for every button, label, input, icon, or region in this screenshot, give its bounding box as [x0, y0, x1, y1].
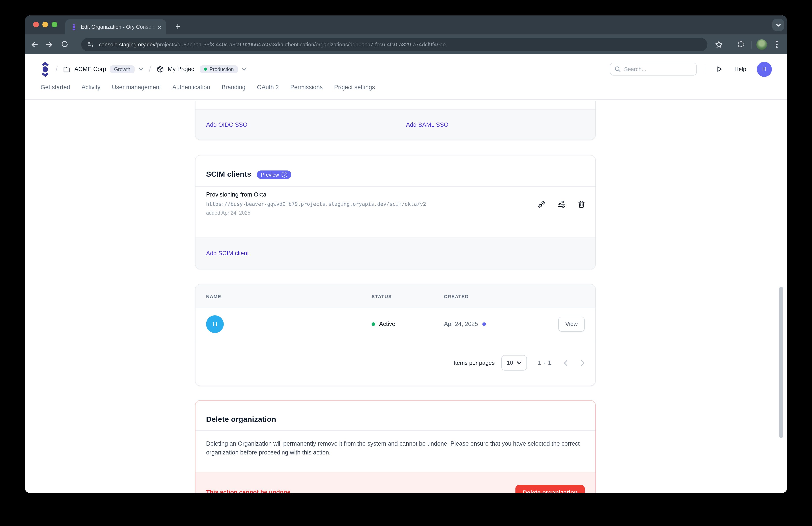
connection-test-button[interactable]: [537, 200, 546, 209]
add-oidc-sso-link[interactable]: Add OIDC SSO: [206, 122, 248, 128]
browser-profile-avatar[interactable]: [756, 39, 767, 50]
bookmark-button[interactable]: [714, 39, 724, 50]
play-icon[interactable]: [716, 65, 723, 73]
global-search[interactable]: [610, 63, 697, 75]
next-page-icon[interactable]: [581, 360, 585, 366]
nav-item-project-settings[interactable]: Project settings: [334, 84, 375, 90]
sso-card-footer: Add OIDC SSO Add SAML SSO: [195, 110, 595, 140]
organization-avatar: H: [206, 315, 224, 333]
previous-page-icon[interactable]: [564, 360, 567, 366]
nav-item-get-started[interactable]: Get started: [41, 84, 70, 90]
nav-item-branding[interactable]: Branding: [221, 84, 245, 90]
chevron-down-icon: [139, 67, 143, 71]
site-settings-icon: [87, 41, 95, 48]
pagination-arrows: [564, 360, 585, 366]
url-text: console.staging.ory.dev/projects/d087b7a…: [99, 41, 446, 47]
puzzle-icon: [737, 40, 745, 48]
workspace-plan-badge: Growth: [110, 65, 134, 73]
chevron-down-icon: [775, 23, 781, 27]
nav-item-permissions[interactable]: Permissions: [290, 84, 323, 90]
view-button[interactable]: View: [558, 316, 585, 331]
browser-window: Edit Organization - Ory Console × +: [25, 15, 787, 493]
ory-favicon-icon: [71, 24, 77, 30]
page-scrollbar[interactable]: [779, 287, 783, 438]
ory-console-app: / ACME Corp Growth /: [25, 54, 787, 493]
scim-client-url: https://busy-beaver-gqwvd0fb79.projects.…: [206, 201, 585, 207]
minimize-window-button[interactable]: [42, 22, 48, 27]
delete-trash-button[interactable]: [577, 200, 585, 209]
scim-card-header: SCIM clients Preview ?: [195, 155, 595, 187]
items-per-page-label: Items per pages: [454, 359, 495, 366]
browser-tab-active[interactable]: Edit Organization - Ory Console ×: [65, 19, 166, 34]
forward-arrow-icon: [45, 40, 54, 48]
project-name: My Project: [168, 66, 196, 72]
breadcrumb-separator: /: [56, 65, 58, 73]
close-window-button[interactable]: [33, 22, 39, 27]
sso-card: Add OIDC SSO Add SAML SSO: [195, 101, 596, 140]
status-cell: Active: [372, 321, 444, 327]
organization-table-card: NAME STATUS CREATED H Active: [195, 284, 596, 386]
created-indicator-dot: [482, 322, 486, 326]
browser-tabstrip: Edit Organization - Ory Console × +: [25, 15, 787, 34]
forward-button[interactable]: [44, 39, 55, 50]
created-date: Apr 24, 2025: [444, 321, 478, 327]
reload-button[interactable]: [59, 39, 70, 50]
items-per-page-select[interactable]: 10: [501, 355, 527, 371]
ory-logo-icon: [41, 61, 50, 76]
breadcrumb-separator: /: [149, 65, 151, 73]
chevron-down-icon: [517, 361, 521, 365]
search-icon: [614, 66, 621, 72]
scim-clients-card: SCIM clients Preview ? Provisioning from…: [195, 155, 596, 269]
chevron-down-icon: [242, 67, 247, 71]
workspace-name: ACME Corp: [74, 66, 106, 72]
preview-badge: Preview ?: [257, 170, 291, 179]
environment-status-dot: [204, 68, 207, 71]
user-avatar[interactable]: H: [757, 61, 772, 76]
table-row: H Active Apr 24, 2025 View: [195, 308, 595, 340]
pagination-range: 1 - 1: [538, 359, 552, 366]
tab-title: Edit Organization - Ory Console: [81, 24, 156, 30]
scim-card-title: SCIM clients: [206, 170, 251, 179]
folder-icon: [63, 66, 70, 73]
pagination: Items per pages 10 1 - 1: [195, 340, 595, 386]
add-saml-sso-link[interactable]: Add SAML SSO: [406, 122, 449, 128]
tab-search-button[interactable]: [772, 19, 784, 31]
tab-close-icon[interactable]: ×: [158, 24, 161, 30]
status-dot: [372, 322, 375, 326]
add-scim-client-link[interactable]: Add SCIM client: [206, 250, 249, 257]
search-input[interactable]: [611, 66, 697, 72]
environment-label: Production: [209, 67, 234, 72]
page-content: Add OIDC SSO Add SAML SSO SCIM clients P…: [25, 100, 787, 493]
nav-item-authentication[interactable]: Authentication: [172, 84, 210, 90]
star-icon: [715, 40, 723, 48]
back-button[interactable]: [29, 39, 40, 50]
maximize-window-button[interactable]: [52, 22, 57, 27]
created-cell: Apr 24, 2025: [444, 321, 548, 327]
browser-toolbar: console.staging.ory.dev/projects/d087b7a…: [25, 34, 787, 54]
configure-sliders-button[interactable]: [557, 200, 566, 209]
delete-organization-button[interactable]: Delete organization: [516, 485, 585, 493]
nav-item-oauth2[interactable]: OAuth 2: [257, 84, 279, 90]
scim-client-name: Provisioning from Okta: [206, 191, 585, 198]
nav-item-user-management[interactable]: User management: [112, 84, 161, 90]
nav-item-activity[interactable]: Activity: [82, 84, 101, 90]
column-header-status: STATUS: [372, 294, 444, 299]
toolbar-divider: [751, 40, 752, 48]
url-path: /projects/d087b7a1-55f3-440c-a3c9-929564…: [156, 41, 446, 47]
browser-menu-button[interactable]: [772, 41, 781, 48]
danger-card-footer: This action cannot be undone. Delete org…: [195, 472, 595, 493]
preview-badge-label: Preview: [261, 172, 279, 177]
project-switcher[interactable]: My Project Production: [157, 65, 247, 73]
workspace-switcher[interactable]: ACME Corp Growth: [63, 65, 143, 73]
items-per-page-value: 10: [507, 359, 513, 366]
new-tab-button[interactable]: +: [172, 21, 184, 32]
environment-badge: Production: [200, 65, 238, 73]
scim-client-actions: [537, 200, 585, 209]
address-bar[interactable]: console.staging.ory.dev/projects/d087b7a…: [81, 38, 707, 51]
package-icon: [157, 66, 164, 73]
scim-client-row: Provisioning from Okta https://busy-beav…: [195, 187, 595, 237]
help-link[interactable]: Help: [735, 66, 746, 72]
extensions-button[interactable]: [736, 39, 746, 50]
help-circle-icon[interactable]: ?: [281, 172, 287, 177]
desktop: Edit Organization - Ory Console × +: [0, 0, 812, 526]
